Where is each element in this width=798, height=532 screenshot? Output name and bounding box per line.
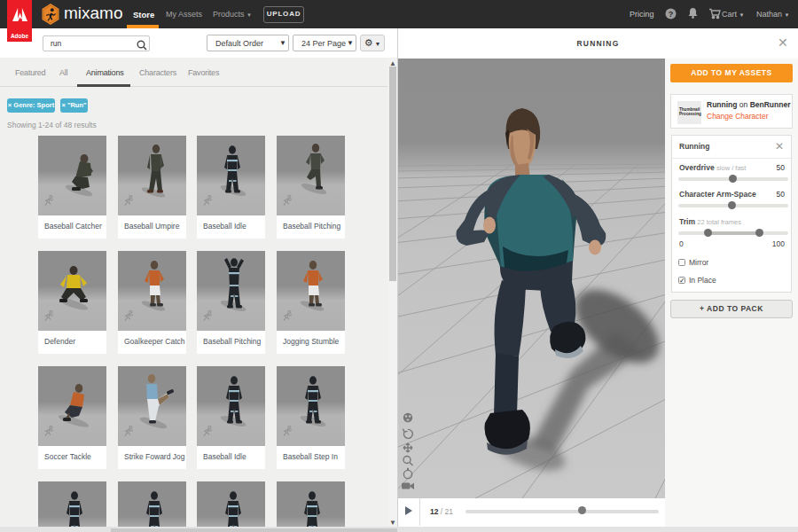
svg-text:?: ? xyxy=(669,10,674,19)
